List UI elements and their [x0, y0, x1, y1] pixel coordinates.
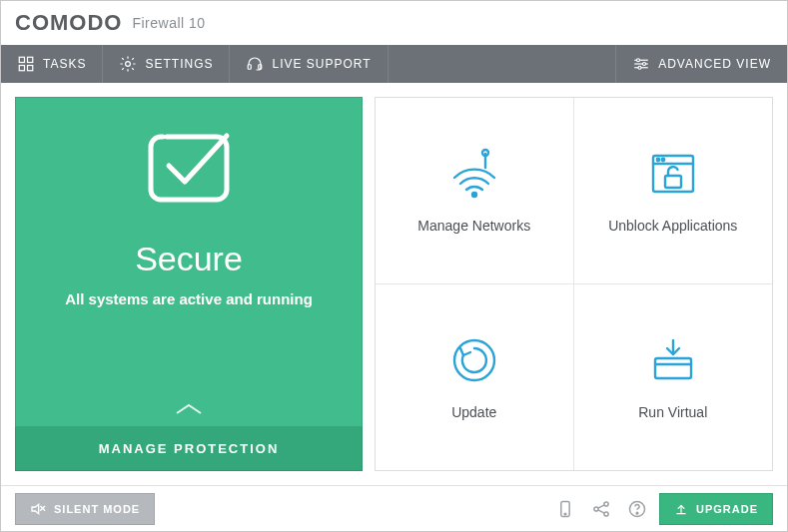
svg-rect-6	[28, 66, 33, 71]
window-controls	[747, 15, 773, 31]
svg-point-34	[604, 501, 608, 505]
tile-run-virtual[interactable]: Run Virtual	[574, 284, 773, 471]
svg-marker-28	[32, 504, 39, 513]
sliders-icon	[632, 55, 650, 73]
gear-icon	[119, 55, 137, 73]
footer: SILENT MODE UPGRADE	[1, 485, 787, 531]
manage-protection-button[interactable]: MANAGE PROTECTION	[15, 427, 363, 471]
svg-line-36	[598, 504, 604, 507]
tile-unblock-applications[interactable]: Unblock Applications	[574, 98, 773, 284]
svg-rect-3	[19, 57, 24, 62]
app-window: COMODO Firewall 10 TASKS SETTINGS	[0, 0, 788, 532]
product-name: Firewall 10	[132, 15, 205, 31]
upload-icon	[674, 502, 688, 516]
unlock-app-icon	[647, 148, 699, 200]
status-card: Secure All systems are active and runnin…	[15, 97, 363, 427]
menubar: TASKS SETTINGS LIVE SUPPORT ADVANCED VIE…	[1, 45, 787, 83]
menu-tasks-label: TASKS	[43, 57, 86, 71]
svg-rect-23	[665, 176, 681, 188]
titlebar: COMODO Firewall 10	[1, 1, 787, 45]
brand-logo: COMODO	[15, 10, 122, 36]
content-area: Secure All systems are active and runnin…	[1, 83, 787, 485]
svg-rect-25	[655, 358, 691, 378]
status-panel: Secure All systems are active and runnin…	[15, 97, 363, 471]
tile-update-label: Update	[451, 404, 496, 420]
refresh-icon	[448, 334, 500, 386]
svg-rect-9	[259, 65, 262, 70]
headset-icon	[246, 55, 264, 73]
mute-icon	[30, 501, 46, 517]
footer-icons	[555, 499, 647, 519]
tile-manage-networks[interactable]: Manage Networks	[376, 98, 574, 284]
svg-point-7	[126, 62, 131, 67]
run-virtual-icon	[647, 334, 699, 386]
tile-run-virtual-label: Run Virtual	[638, 404, 707, 420]
svg-point-15	[638, 66, 641, 69]
secure-check-icon	[139, 118, 239, 218]
status-subtitle: All systems are active and running	[65, 290, 313, 307]
upgrade-label: UPGRADE	[696, 503, 758, 515]
menu-settings[interactable]: SETTINGS	[103, 45, 230, 83]
svg-rect-4	[28, 57, 33, 62]
svg-rect-8	[249, 65, 252, 70]
svg-point-33	[594, 506, 598, 510]
svg-rect-5	[19, 66, 24, 71]
svg-line-37	[598, 509, 604, 512]
svg-point-35	[604, 511, 608, 515]
tile-manage-networks-label: Manage Networks	[417, 218, 530, 234]
menu-advanced-view-label: ADVANCED VIEW	[658, 57, 771, 71]
svg-point-39	[636, 512, 638, 514]
svg-point-14	[643, 63, 646, 66]
menu-live-support[interactable]: LIVE SUPPORT	[230, 45, 388, 83]
tile-update[interactable]: Update	[376, 284, 574, 471]
menu-settings-label: SETTINGS	[145, 57, 213, 71]
grid-icon	[17, 55, 35, 73]
menu-tasks[interactable]: TASKS	[1, 45, 103, 83]
manage-protection-label: MANAGE PROTECTION	[99, 441, 280, 456]
svg-point-24	[454, 340, 494, 380]
action-tiles: Manage Networks Unblock Applications	[375, 97, 773, 471]
silent-mode-button[interactable]: SILENT MODE	[15, 493, 155, 525]
svg-point-13	[637, 59, 640, 62]
svg-point-22	[662, 159, 664, 161]
share-icon[interactable]	[591, 499, 611, 519]
help-icon[interactable]	[627, 499, 647, 519]
chevron-up-icon	[174, 402, 204, 416]
svg-point-21	[657, 159, 659, 161]
svg-point-32	[564, 513, 566, 515]
status-title: Secure	[135, 240, 243, 278]
svg-point-16	[472, 193, 476, 197]
silent-mode-label: SILENT MODE	[54, 503, 140, 515]
wifi-icon	[448, 148, 500, 200]
menu-advanced-view[interactable]: ADVANCED VIEW	[615, 45, 787, 83]
menu-live-support-label: LIVE SUPPORT	[272, 57, 371, 71]
mobile-icon[interactable]	[555, 499, 575, 519]
tile-unblock-applications-label: Unblock Applications	[608, 218, 737, 234]
upgrade-button[interactable]: UPGRADE	[659, 493, 773, 525]
